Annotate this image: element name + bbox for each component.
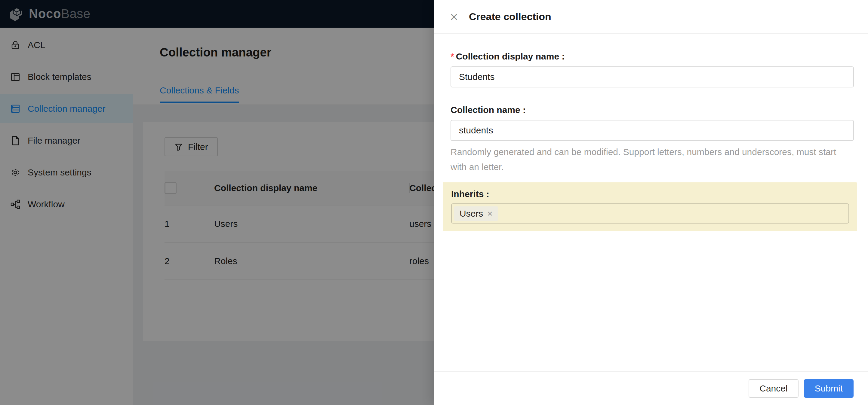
display-name-label: *Collection display name : — [451, 51, 854, 62]
drawer-title: Create collection — [469, 11, 551, 23]
drawer-header: × Create collection — [434, 0, 868, 34]
inherits-field-highlight: Inherits : Users × — [443, 182, 857, 231]
submit-button[interactable]: Submit — [804, 379, 854, 398]
collection-name-help: Randomly generated and can be modified. … — [451, 144, 854, 175]
collection-name-input[interactable] — [451, 120, 854, 141]
inherits-label: Inherits : — [451, 189, 849, 200]
tag-label: Users — [460, 208, 483, 219]
collection-name-label: Collection name : — [451, 104, 854, 116]
create-collection-drawer: × Create collection *Collection display … — [434, 0, 868, 405]
inherits-select[interactable]: Users × — [451, 203, 849, 224]
inherits-tag-users: Users × — [454, 206, 498, 221]
cancel-button[interactable]: Cancel — [749, 379, 798, 398]
drawer-footer: Cancel Submit — [434, 371, 868, 405]
required-asterisk: * — [451, 52, 454, 61]
close-icon[interactable]: × — [449, 10, 459, 24]
tag-remove-icon[interactable]: × — [487, 209, 493, 218]
drawer-body: *Collection display name : Collection na… — [434, 34, 868, 371]
display-name-input[interactable] — [451, 66, 854, 88]
app-screen: NocoBase ACL Block templates Collection … — [0, 0, 868, 405]
